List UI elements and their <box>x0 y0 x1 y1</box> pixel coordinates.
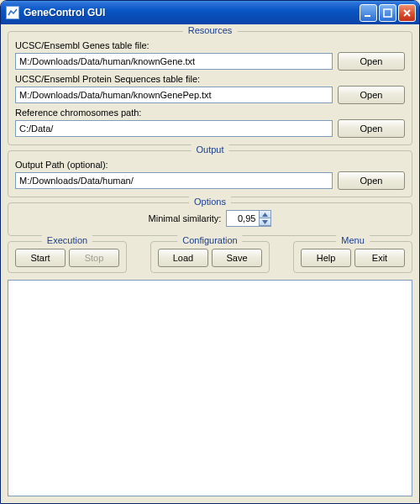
output-group: Output Output Path (optional): Open <box>8 150 412 197</box>
minimize-button[interactable] <box>360 4 377 22</box>
load-button[interactable]: Load <box>158 249 208 267</box>
app-icon <box>6 6 19 19</box>
genes-file-row: Open <box>15 52 405 71</box>
action-button-row: Execution Start Stop Configuration Load … <box>8 241 412 273</box>
output-legend: Output <box>191 144 228 155</box>
window-title: GeneControl GUI <box>24 7 360 18</box>
configuration-group: Configuration Load Save <box>150 241 270 273</box>
spacer <box>276 241 286 273</box>
resources-legend: Resources <box>183 25 238 35</box>
maximize-button[interactable] <box>379 4 396 22</box>
output-path-input[interactable] <box>15 172 333 189</box>
execution-group: Execution Start Stop <box>8 241 127 273</box>
genes-open-button[interactable]: Open <box>338 52 405 71</box>
client-area: Resources UCSC/Ensembl Genes table file:… <box>1 24 419 503</box>
spacer <box>134 241 144 273</box>
min-similarity-label: Minimal similarity: <box>149 213 222 223</box>
titlebar: GeneControl GUI <box>1 1 419 24</box>
genes-file-label: UCSC/Ensembl Genes table file: <box>15 40 405 50</box>
chrom-path-label: Reference chromosomes path: <box>15 108 405 118</box>
spin-up-button[interactable] <box>259 211 270 218</box>
output-path-row: Open <box>15 171 405 190</box>
app-window: GeneControl GUI Resources UCSC/Ensembl G… <box>0 0 420 504</box>
save-button[interactable]: Save <box>212 249 262 267</box>
min-similarity-input[interactable] <box>227 211 259 226</box>
spin-down-button[interactable] <box>259 218 270 226</box>
log-output-pane[interactable] <box>8 280 412 496</box>
menu-legend: Menu <box>336 235 370 245</box>
protein-file-row: Open <box>15 86 405 104</box>
close-button[interactable] <box>398 4 416 22</box>
exit-button[interactable]: Exit <box>354 249 405 267</box>
stop-button[interactable]: Stop <box>69 249 119 267</box>
options-legend: Options <box>189 197 231 207</box>
options-group: Options Minimal similarity: <box>8 202 412 236</box>
configuration-legend: Configuration <box>177 235 242 245</box>
chrom-path-row: Open <box>15 119 405 138</box>
resources-group: Resources UCSC/Ensembl Genes table file:… <box>8 31 412 145</box>
start-button[interactable]: Start <box>15 249 66 267</box>
options-inner: Minimal similarity: <box>15 208 405 228</box>
execution-legend: Execution <box>42 235 92 245</box>
output-open-button[interactable]: Open <box>338 171 405 190</box>
protein-open-button[interactable]: Open <box>338 86 405 104</box>
genes-file-input[interactable] <box>15 53 333 70</box>
menu-group: Menu Help Exit <box>293 241 412 273</box>
window-controls <box>360 4 416 22</box>
min-similarity-spinbox[interactable] <box>226 210 271 227</box>
protein-file-input[interactable] <box>15 87 333 103</box>
spin-buttons <box>259 211 270 226</box>
protein-file-label: UCSC/Ensembl Protein Sequences table fil… <box>15 74 405 84</box>
chrom-path-input[interactable] <box>15 120 333 137</box>
output-path-label: Output Path (optional): <box>15 160 405 170</box>
chrom-open-button[interactable]: Open <box>338 119 405 138</box>
svg-rect-1 <box>384 9 391 17</box>
help-button[interactable]: Help <box>301 249 351 267</box>
svg-rect-0 <box>365 15 370 17</box>
